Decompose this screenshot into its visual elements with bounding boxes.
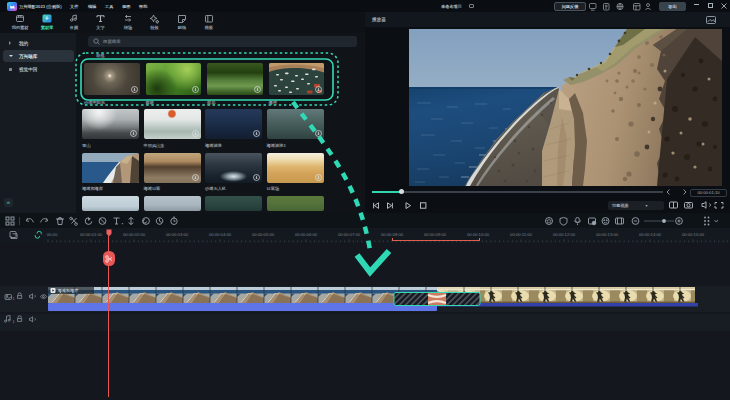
svg-text:00:00:09:00: 00:00:09:00 xyxy=(424,232,447,237)
svg-text:1: 1 xyxy=(13,320,15,324)
svg-text:00:00:11:00: 00:00:11:00 xyxy=(510,232,532,237)
svg-text:海滩和海岸: 海滩和海岸 xyxy=(58,288,79,293)
svg-text:00:00:10:00: 00:00:10:00 xyxy=(467,232,490,237)
svg-text:00:00:12:00: 00:00:12:00 xyxy=(553,232,576,237)
svg-text:00:00:03:00: 00:00:03:00 xyxy=(166,232,189,237)
svg-text:00:00:02:00: 00:00:02:00 xyxy=(123,232,146,237)
svg-text:00;00: 00;00 xyxy=(47,232,58,237)
svg-text:00:00:13:00: 00:00:13:00 xyxy=(596,232,619,237)
svg-text:00:00:15:00: 00:00:15:00 xyxy=(682,232,705,237)
svg-text:00:00:04:00: 00:00:04:00 xyxy=(209,232,232,237)
svg-text:00:00:14:00: 00:00:14:00 xyxy=(639,232,662,237)
svg-text:00:00:01:00: 00:00:01:00 xyxy=(80,232,103,237)
svg-text:1: 1 xyxy=(13,297,15,301)
